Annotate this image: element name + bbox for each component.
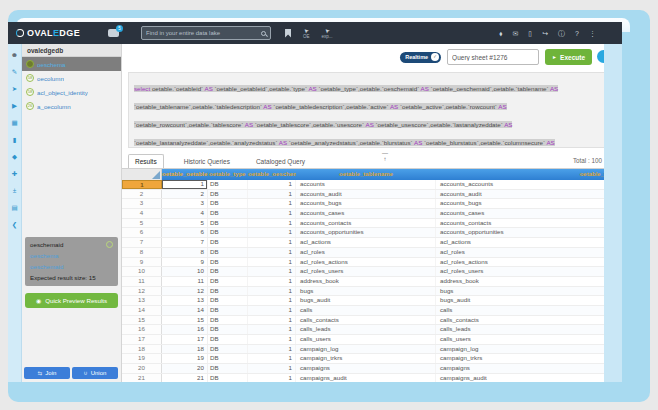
cell[interactable]: 7 (162, 238, 208, 247)
row-number[interactable]: 20 (122, 364, 162, 373)
cell[interactable]: accounts_accounts (436, 180, 622, 189)
cell[interactable]: 1 (248, 374, 296, 382)
column-header-oetable_oetableid[interactable]: oetable_oetableid (162, 169, 208, 180)
cell[interactable]: acl_actions (436, 238, 622, 247)
cell[interactable]: 6 (162, 228, 208, 237)
cell[interactable]: calls_contacts (296, 316, 436, 325)
cell[interactable]: 1 (248, 258, 296, 267)
mail-icon[interactable]: ✉ (512, 30, 518, 37)
column-header-oetable_tablename[interactable]: oetable_tablename (296, 169, 436, 180)
cell[interactable]: 1 (248, 180, 296, 189)
plus-icon[interactable]: ✚ (8, 165, 21, 182)
row-number[interactable]: 21 (122, 374, 162, 382)
cell[interactable]: DB (208, 180, 248, 189)
table-row[interactable]: 22DB1accounts_auditaccounts_audit (122, 190, 622, 200)
row-number[interactable]: 5 (122, 219, 162, 228)
row-number[interactable]: 7 (122, 238, 162, 247)
row-number[interactable]: 1 (122, 180, 162, 189)
cell[interactable]: DB (208, 374, 248, 382)
cell[interactable]: address_book (436, 277, 622, 286)
cell[interactable]: DB (208, 228, 248, 237)
table-row[interactable]: 1414DB1callscalls (122, 306, 622, 316)
cell[interactable]: accounts_contacts (296, 219, 436, 228)
cell[interactable]: DB (208, 248, 248, 257)
cell[interactable]: calls (436, 306, 622, 315)
table-row[interactable]: 2121DB1campaigns_auditcampaigns_audit (122, 374, 622, 382)
cell[interactable]: 1 (248, 199, 296, 208)
cell[interactable]: accounts_opportunities (296, 228, 436, 237)
cell[interactable]: DB (208, 364, 248, 373)
row-number[interactable]: 3 (122, 199, 162, 208)
cell[interactable]: DB (208, 354, 248, 363)
cell[interactable]: campaign_log (296, 345, 436, 354)
global-search[interactable] (141, 26, 271, 40)
cell[interactable]: acl_roles_users (296, 267, 436, 276)
cell[interactable]: bugs (436, 287, 622, 296)
cell[interactable]: DB (208, 325, 248, 334)
cell[interactable]: 3 (162, 199, 208, 208)
cell[interactable]: bugs_audit (296, 296, 436, 305)
cell[interactable]: 11 (162, 277, 208, 286)
row-number[interactable]: 9 (122, 258, 162, 267)
cell[interactable]: 19 (162, 354, 208, 363)
cell[interactable]: acl_roles_actions (296, 258, 436, 267)
table-row[interactable]: 1212DB1bugsbugs (122, 287, 622, 297)
cell[interactable]: bugs_audit (436, 296, 622, 305)
cell[interactable]: 13 (162, 296, 208, 305)
cell[interactable]: 14 (162, 306, 208, 315)
diamond-icon[interactable]: ◆ (8, 148, 21, 165)
tag-icon[interactable]: ⬧ (499, 30, 502, 37)
cell[interactable]: accounts_contacts (436, 219, 622, 228)
table-row[interactable]: 88DB1acl_rolesacl_roles (122, 248, 622, 258)
cell[interactable]: accounts_audit (436, 190, 622, 199)
cell[interactable]: DB (208, 316, 248, 325)
cell[interactable]: 8 (162, 248, 208, 257)
table-row[interactable]: 1919DB1campaign_trkrscampaign_trkrs (122, 354, 622, 364)
cell[interactable]: 1 (248, 209, 296, 218)
row-number[interactable]: 14 (122, 306, 162, 315)
row-number[interactable]: 16 (122, 325, 162, 334)
cell[interactable]: bugs (296, 287, 436, 296)
table-row[interactable]: 1616DB1calls_leadscalls_leads (122, 325, 622, 335)
cell[interactable]: accounts_opportunities (436, 228, 622, 237)
join-button[interactable]: ⇆ Join (24, 367, 70, 379)
plusminus-icon[interactable]: ± (8, 182, 21, 199)
table-row[interactable]: 1717DB1calls_userscalls_users (122, 335, 622, 345)
shortcut-exp[interactable]: ➤ exp... (322, 28, 333, 39)
cell[interactable]: calls_contacts (436, 316, 622, 325)
table-row[interactable]: 11DB1accountsaccounts_accounts (122, 180, 622, 190)
cell[interactable]: 1 (248, 248, 296, 257)
realtime-toggle[interactable]: Realtime ✓ (400, 52, 441, 63)
row-number[interactable]: 10 (122, 267, 162, 276)
cell[interactable]: campaign_log (436, 345, 622, 354)
cell[interactable]: acl_roles (296, 248, 436, 257)
cell[interactable]: 1 (162, 180, 208, 189)
cell[interactable]: DB (208, 345, 248, 354)
cell[interactable]: calls_leads (296, 325, 436, 334)
cell[interactable]: acl_roles_actions (436, 258, 622, 267)
help-icon[interactable]: ? (575, 30, 579, 37)
cell[interactable]: 1 (248, 325, 296, 334)
cell[interactable]: accounts_audit (296, 190, 436, 199)
table-row[interactable]: 33DB1accounts_bugsaccounts_bugs (122, 199, 622, 209)
cell[interactable]: DB (208, 306, 248, 315)
cell[interactable]: acl_roles (436, 248, 622, 257)
cell[interactable]: address_book (296, 277, 436, 286)
cell[interactable]: accounts_cases (436, 209, 622, 218)
cell[interactable]: 10 (162, 267, 208, 276)
cell[interactable]: calls_leads (436, 325, 622, 334)
cell[interactable]: campaigns_audit (436, 374, 622, 382)
cell[interactable]: calls_users (436, 335, 622, 344)
row-number[interactable]: 17 (122, 335, 162, 344)
sql-editor[interactable]: select oetable.`oetableid` AS `oetable_o… (128, 72, 616, 148)
cell[interactable]: campaign_trkrs (436, 354, 622, 363)
cell[interactable]: calls (296, 306, 436, 315)
table-row[interactable]: 1010DB1acl_roles_usersacl_roles_users (122, 267, 622, 277)
cell[interactable]: 21 (162, 374, 208, 382)
table-row[interactable]: 1313DB1bugs_auditbugs_audit (122, 296, 622, 306)
cell[interactable]: 1 (248, 345, 296, 354)
cell[interactable]: 1 (248, 238, 296, 247)
cell[interactable]: campaigns (436, 364, 622, 373)
cell[interactable]: DB (208, 267, 248, 276)
search-input[interactable] (146, 30, 261, 36)
